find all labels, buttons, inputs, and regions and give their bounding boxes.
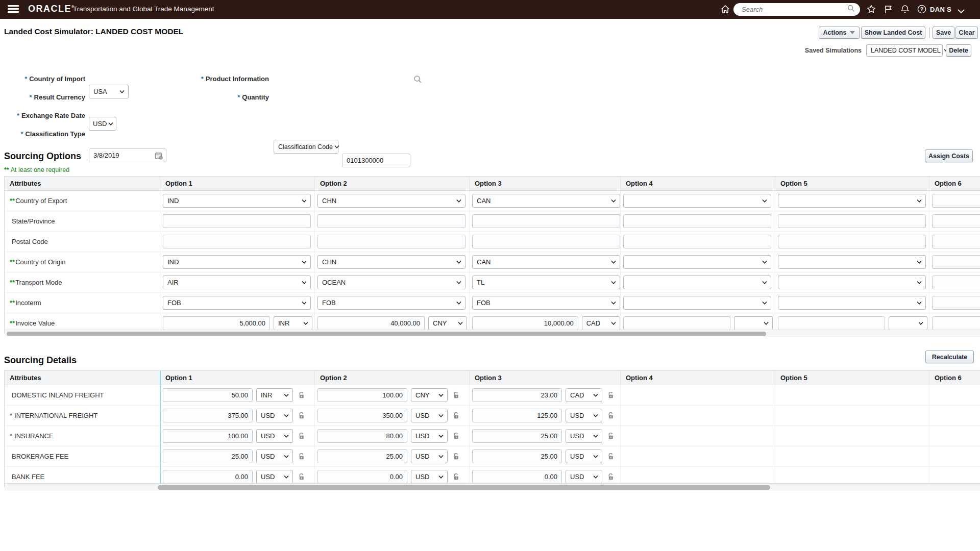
scrollbar-thumb[interactable]	[7, 332, 766, 336]
unlock-icon[interactable]	[452, 453, 460, 461]
option-input[interactable]	[317, 235, 465, 248]
option-input[interactable]: 25.00	[317, 449, 407, 463]
option-input[interactable]: 25.00	[472, 449, 562, 463]
option-select[interactable]: CNY	[428, 316, 467, 330]
option-select[interactable]: USD	[256, 470, 293, 484]
unlock-icon[interactable]	[298, 453, 305, 461]
option-select[interactable]: CHN	[317, 255, 465, 269]
option-select[interactable]: IND	[163, 255, 311, 269]
unlock-icon[interactable]	[452, 412, 460, 420]
option-input[interactable]	[932, 296, 980, 310]
option-select[interactable]	[734, 316, 773, 330]
option-select[interactable]: IND	[163, 194, 311, 208]
option-select[interactable]: FOB	[317, 296, 465, 310]
option-select[interactable]: CAN	[472, 194, 620, 208]
option-select[interactable]: INR	[274, 316, 312, 330]
option-select[interactable]: FOB	[472, 296, 620, 310]
option-input[interactable]	[623, 214, 771, 228]
scrollbar-thumb[interactable]	[158, 485, 770, 490]
option-input[interactable]: 5,000.00	[163, 316, 270, 330]
option-select[interactable]	[778, 296, 926, 310]
option-select[interactable]	[623, 296, 771, 310]
option-select[interactable]: USD	[411, 409, 448, 422]
option-input[interactable]	[932, 255, 980, 269]
option-input[interactable]	[163, 235, 311, 248]
option-input[interactable]	[472, 235, 620, 248]
option-select[interactable]	[889, 316, 927, 330]
clear-button[interactable]: Clear	[955, 27, 978, 39]
option-input[interactable]	[932, 194, 980, 208]
option-select[interactable]	[623, 276, 771, 289]
option-input[interactable]: 375.00	[163, 409, 253, 422]
flag-icon[interactable]	[884, 4, 894, 14]
unlock-icon[interactable]	[298, 391, 305, 399]
option-select[interactable]: OCEAN	[317, 276, 465, 289]
user-name[interactable]: DAN S	[930, 6, 951, 13]
option-select[interactable]: USD	[411, 449, 448, 463]
option-input[interactable]	[623, 235, 771, 248]
option-input[interactable]	[932, 214, 980, 228]
help-icon[interactable]: ?	[917, 4, 927, 14]
option-input[interactable]: 125.00	[472, 409, 562, 422]
option-input[interactable]	[932, 235, 980, 248]
option-select[interactable]: TL	[472, 276, 620, 289]
option-input[interactable]	[623, 316, 730, 330]
option-select[interactable]: USD	[256, 449, 293, 463]
option-select[interactable]	[778, 276, 926, 289]
option-select[interactable]: USD	[411, 470, 448, 484]
option-select[interactable]: USD	[566, 409, 602, 422]
option-input[interactable]: 0.00	[163, 470, 253, 484]
notifications-bell-icon[interactable]	[900, 4, 910, 14]
favorites-star-icon[interactable]	[866, 4, 876, 14]
option-input[interactable]: 0.00	[317, 470, 407, 484]
sourcing-details-hscrollbar[interactable]	[5, 483, 980, 491]
option-input[interactable]: 25.00	[163, 449, 253, 463]
option-select[interactable]: USD	[256, 429, 293, 443]
unlock-icon[interactable]	[607, 473, 615, 481]
option-select[interactable]: AIR	[163, 276, 311, 289]
unlock-icon[interactable]	[452, 473, 460, 481]
option-select[interactable]	[778, 194, 926, 208]
option-select[interactable]: USD	[566, 470, 602, 484]
global-search-input[interactable]: Search	[733, 3, 860, 16]
assign-costs-button[interactable]: Assign Costs	[925, 149, 973, 162]
product-search-icon[interactable]	[413, 75, 422, 86]
option-select[interactable]: CAD	[566, 388, 602, 402]
option-input[interactable]: 10,000.00	[472, 316, 578, 330]
option-select[interactable]: CNY	[411, 388, 448, 402]
unlock-icon[interactable]	[298, 412, 305, 420]
option-select[interactable]	[623, 194, 771, 208]
unlock-icon[interactable]	[452, 432, 460, 440]
save-button[interactable]: Save	[933, 27, 954, 39]
sourcing-options-hscrollbar[interactable]	[5, 330, 980, 337]
option-input[interactable]	[778, 235, 926, 248]
unlock-icon[interactable]	[607, 412, 615, 420]
option-select[interactable]: CAD	[582, 316, 620, 330]
option-input[interactable]	[472, 214, 620, 228]
option-select[interactable]: CAN	[472, 255, 620, 269]
unlock-icon[interactable]	[607, 432, 615, 440]
actions-button[interactable]: Actions	[819, 27, 860, 39]
option-input[interactable]	[778, 316, 885, 330]
option-select[interactable]: INR	[256, 388, 293, 402]
unlock-icon[interactable]	[298, 432, 305, 440]
saved-simulations-select[interactable]: LANDED COST MODEL	[866, 44, 943, 57]
classification-code-input[interactable]: 0101300000	[342, 154, 410, 167]
option-input[interactable]: 100.00	[317, 388, 407, 402]
country-of-import-select[interactable]: USA	[89, 85, 129, 98]
exchange-rate-date-input[interactable]: 3/8/2019 1	[89, 148, 166, 162]
option-select[interactable]: FOB	[163, 296, 311, 310]
search-icon[interactable]	[847, 5, 855, 14]
option-input[interactable]: 40,000.00	[317, 316, 425, 330]
show-landed-cost-button[interactable]: Show Landed Cost	[861, 27, 925, 39]
unlock-icon[interactable]	[298, 473, 305, 481]
option-select[interactable]: USD	[256, 409, 293, 422]
unlock-icon[interactable]	[607, 391, 615, 399]
option-input[interactable]: 0.00	[472, 470, 562, 484]
option-select[interactable]	[778, 255, 926, 269]
recalculate-button[interactable]: Recalculate	[925, 350, 974, 363]
product-information-type-select[interactable]: Classification Code	[274, 140, 338, 154]
delete-button[interactable]: Delete	[946, 44, 971, 57]
option-input[interactable]: 23.00	[472, 388, 562, 402]
option-input[interactable]: 80.00	[317, 429, 407, 443]
